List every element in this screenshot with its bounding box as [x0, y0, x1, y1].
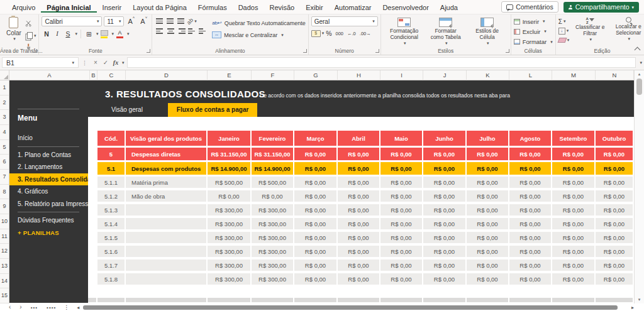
cell-value[interactable]: R$ 0,00 [552, 162, 594, 175]
percent-style-button[interactable]: % [326, 30, 331, 37]
table-header-cell[interactable]: Visão geral dos produtos [126, 131, 206, 146]
cell-code[interactable]: 5.1.7 [97, 259, 125, 271]
italic-button[interactable]: I [52, 29, 62, 39]
decrease-decimal-icon[interactable]: .00→ [360, 31, 371, 36]
cell-value[interactable]: R$ 0,00 [294, 162, 336, 175]
cell-value[interactable]: R$ 0,00 [552, 148, 594, 160]
cell-value[interactable]: R$ 0,00 [338, 204, 379, 216]
cell-code[interactable]: 5.1.5 [97, 232, 125, 243]
align-center-icon[interactable] [167, 28, 175, 35]
scroll-left-icon[interactable]: ◂ [77, 305, 79, 310]
column-header-h[interactable]: H [338, 70, 380, 80]
chevron-down-icon[interactable]: ▾ [75, 31, 77, 36]
cell-value[interactable]: R$ 0,00 [596, 177, 633, 188]
cell-value[interactable]: R$ 300,00 [252, 218, 293, 229]
cell-name[interactable]: Despesas com produtos [126, 162, 206, 175]
cell-value[interactable]: R$ 0,00 [380, 273, 422, 285]
cell-value[interactable]: R$ 0,00 [552, 190, 594, 202]
cell-value[interactable]: R$ 500,00 [208, 177, 250, 188]
cell-value[interactable]: R$ 0,00 [509, 148, 551, 160]
sheet-nav-prev-icon[interactable]: ‹ [9, 304, 11, 310]
cell-name[interactable] [126, 259, 206, 271]
menu-tab-automatizar[interactable]: Automatizar [329, 2, 377, 13]
increase-indent-icon[interactable] [199, 28, 207, 35]
menu-tab-dados[interactable]: Dados [233, 2, 264, 13]
cell-value[interactable]: R$ 0,00 [596, 190, 633, 202]
column-header-j[interactable]: J [423, 70, 467, 80]
sidebar-item-2-lancamentos[interactable]: 2. Lançamentos [9, 161, 88, 173]
cancel-icon[interactable]: × [91, 59, 101, 66]
cell-value[interactable]: R$ 14.900,00 [252, 162, 293, 175]
paste-button[interactable]: Colar ▾ [3, 16, 25, 46]
cell-value[interactable]: R$ 0,00 [294, 232, 336, 243]
sort-filter-button[interactable]: AZ Classificar e Filtrar ▾ [572, 17, 608, 46]
column-header-d[interactable]: D [126, 70, 208, 80]
cell-value[interactable]: R$ 0,00 [294, 273, 336, 285]
align-left-icon[interactable] [156, 28, 164, 35]
cell-value[interactable]: R$ 0,00 [423, 259, 465, 271]
align-middle-icon[interactable] [167, 18, 175, 25]
cell-value[interactable]: R$ 0,00 [423, 204, 465, 216]
cell-value[interactable]: R$ 0,00 [294, 148, 336, 160]
row-header-6[interactable]: 6 [0, 155, 9, 170]
delete-cells-button[interactable]: Excluir ▾ [514, 27, 553, 36]
decrease-indent-icon[interactable] [188, 28, 196, 35]
row-header-7[interactable]: 7 [0, 170, 9, 185]
cell-value[interactable]: R$ 0,00 [467, 204, 508, 216]
sidebar-item-5-relatorio-para-impressao[interactable]: 5. Relatório para Impressão [9, 198, 88, 210]
clear-button[interactable]: ▾ [558, 36, 570, 44]
cell-value[interactable]: R$ 0,00 [338, 177, 379, 188]
cell-value[interactable]: R$ 0,00 [552, 273, 594, 285]
horizontal-scrollbar[interactable] [83, 305, 628, 310]
cell-value[interactable]: R$ 0,00 [596, 148, 633, 160]
formula-input[interactable] [127, 57, 636, 68]
dialog-launcher-icon[interactable] [147, 49, 150, 53]
cell-value[interactable]: R$ 300,00 [208, 246, 250, 257]
cell-value[interactable]: R$ 0,00 [380, 246, 422, 257]
row-header-9[interactable]: 9 [0, 199, 9, 214]
vertical-scrollbar[interactable]: ▴ ▾ [634, 70, 644, 303]
fill-button[interactable]: ↓▾ [558, 27, 570, 35]
chevron-down-icon[interactable]: ▾ [322, 31, 325, 36]
cell-value[interactable]: R$ 0,00 [338, 190, 379, 202]
cell-value[interactable]: R$ 0,00 [552, 204, 594, 216]
cell-value[interactable]: R$ 0,00 [467, 148, 508, 160]
font-family-select[interactable]: Calibri▾ [42, 16, 102, 26]
cell-name[interactable] [126, 246, 206, 257]
row-header-8[interactable]: 8 [0, 185, 9, 200]
cell-value[interactable]: R$ 0,00 [338, 232, 379, 243]
cell-name[interactable] [126, 218, 206, 229]
sidebar-item-3-resultados-consolidados[interactable]: 3. Resultados Consolidados [9, 173, 88, 186]
cell-value[interactable]: R$ 0,00 [596, 204, 633, 216]
autosum-button[interactable]: Σ▾ [558, 18, 570, 25]
cell-value[interactable]: R$ 0,00 [294, 246, 336, 257]
cell-value[interactable]: R$ 0,00 [423, 218, 465, 229]
cell-value[interactable]: R$ 0,00 [467, 190, 508, 202]
increase-font-icon[interactable]: A˄ [126, 18, 136, 25]
cell-value[interactable]: R$ 0,00 [509, 162, 551, 175]
column-header-e[interactable]: E [208, 70, 252, 80]
cell-name[interactable] [126, 273, 206, 285]
cell-name[interactable]: Mão de obra [126, 190, 206, 202]
sidebar-item-4-graficos[interactable]: 4. Gráficos [9, 185, 88, 198]
cell-value[interactable]: R$ 0,00 [380, 218, 422, 229]
orientation-icon[interactable]: ab [186, 16, 194, 25]
vertical-scroll-thumb[interactable] [636, 79, 642, 95]
column-header-g[interactable]: G [294, 70, 338, 80]
scroll-up-icon[interactable]: ▴ [635, 72, 644, 77]
cell-value[interactable]: R$ 0,00 [380, 204, 422, 216]
cell-value[interactable]: R$ 0,00 [596, 259, 633, 271]
column-header-n[interactable]: N [596, 70, 634, 80]
menu-tab-desenvolvedor[interactable]: Desenvolvedor [377, 2, 434, 13]
column-header-b[interactable]: B [90, 70, 97, 80]
share-button[interactable]: Compartilhamento ▾ [564, 2, 639, 13]
cell-value[interactable]: R$ 0,00 [467, 177, 508, 188]
menu-tab-inserir[interactable]: Inserir [97, 2, 128, 13]
cell-value[interactable]: R$ 0,00 [509, 190, 551, 202]
cell-value[interactable]: R$ 0,00 [338, 246, 379, 257]
table-header-cell[interactable]: Abril [338, 131, 379, 146]
font-color-icon[interactable]: A [115, 29, 125, 39]
table-header-cell[interactable]: Maio [380, 131, 422, 146]
table-header-cell[interactable]: Janeiro [208, 131, 250, 146]
table-header-cell[interactable]: Março [294, 131, 336, 146]
